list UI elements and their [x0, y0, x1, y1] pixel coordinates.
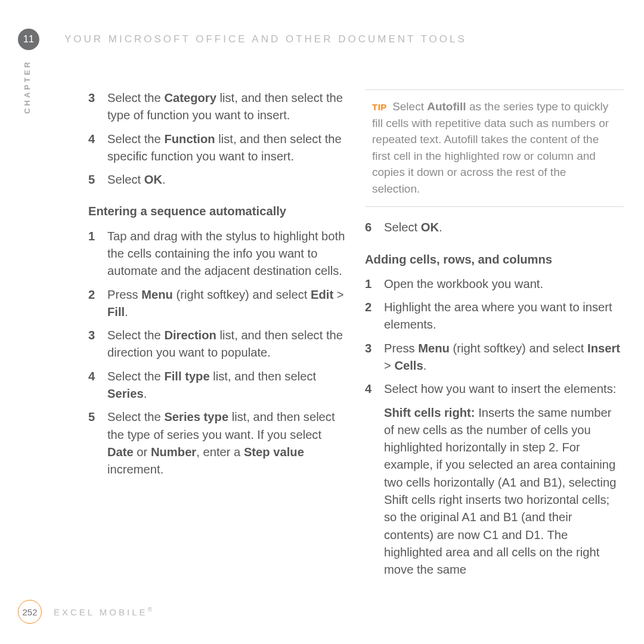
list-item: 3 Select the Direction list, and then se… — [88, 327, 347, 362]
list-item: 5 Select OK. — [88, 171, 347, 188]
step-number: 5 — [88, 171, 99, 188]
step-number: 1 — [88, 228, 99, 280]
list-item: 4 Select the Function list, and then sel… — [88, 131, 347, 166]
step-text: Select OK. — [107, 171, 347, 188]
step-number: 4 — [88, 131, 99, 166]
step-text: Select OK. — [384, 219, 624, 236]
tip-callout: TIP Select Autofill as the series type t… — [365, 89, 624, 207]
chapter-number-badge: 11 — [18, 29, 39, 50]
step-number: 6 — [365, 219, 376, 236]
step-text: Open the workbook you want. — [384, 275, 624, 293]
chapter-side-label: CHAPTER — [23, 60, 32, 114]
step-number: 4 — [88, 368, 99, 403]
content-area: 3 Select the Category list, and then sel… — [88, 89, 625, 584]
step-text: Tap and drag with the stylus to highligh… — [107, 228, 347, 280]
step-number: 1 — [365, 275, 376, 293]
list-item: 2 Highlight the area where you want to i… — [365, 299, 624, 334]
list-item: 6 Select OK. — [365, 219, 624, 236]
list-item: 5 Select the Series type list, and then … — [88, 408, 347, 478]
page-number-badge: 252 — [18, 600, 42, 624]
step-text: Select the Direction list, and then sele… — [107, 327, 347, 362]
step-number: 2 — [365, 299, 376, 334]
step-text: Select the Series type list, and then se… — [107, 408, 347, 478]
step-text: Select the Category list, and then selec… — [107, 89, 347, 125]
sequence-steps-continued: 6 Select OK. — [365, 219, 624, 236]
step-text: Press Menu (right softkey) and select In… — [384, 340, 624, 375]
page-footer: 252 EXCEL MOBILE® — [18, 600, 154, 624]
list-item: 1 Tap and drag with the stylus to highli… — [88, 228, 347, 280]
adding-steps: 1 Open the workbook you want. 2 Highligh… — [365, 275, 624, 579]
right-column: TIP Select Autofill as the series type t… — [365, 89, 624, 584]
step-number: 3 — [365, 340, 376, 375]
section-heading-sequence: Entering a sequence automatically — [88, 203, 347, 220]
page-number: 252 — [22, 607, 37, 617]
page-header-title: YOUR MICROSOFT OFFICE AND OTHER DOCUMENT… — [64, 33, 467, 45]
step-text: Select how you want to insert the elemen… — [384, 380, 624, 578]
left-column: 3 Select the Category list, and then sel… — [88, 89, 347, 584]
function-steps-continued: 3 Select the Category list, and then sel… — [88, 89, 347, 188]
step-text: Select the Fill type list, and then sele… — [107, 368, 347, 403]
footer-section-title: EXCEL MOBILE® — [54, 606, 154, 617]
chapter-number: 11 — [23, 34, 34, 45]
sequence-steps: 1 Tap and drag with the stylus to highli… — [88, 228, 347, 479]
step-number: 3 — [88, 327, 99, 362]
list-item: 4 Select the Fill type list, and then se… — [88, 368, 347, 403]
step-number: 4 — [365, 380, 376, 578]
tip-label: TIP — [372, 102, 387, 112]
section-heading-adding: Adding cells, rows, and columns — [365, 251, 624, 268]
step-text: Select the Function list, and then selec… — [107, 131, 347, 166]
step-text: Highlight the area where you want to ins… — [384, 299, 624, 334]
step-number: 5 — [88, 408, 99, 478]
list-item: 3 Press Menu (right softkey) and select … — [365, 340, 624, 375]
step-number: 2 — [88, 286, 99, 321]
list-item: 1 Open the workbook you want. — [365, 275, 624, 293]
list-item: 4 Select how you want to insert the elem… — [365, 380, 624, 578]
step-number: 3 — [88, 89, 99, 125]
list-item: 3 Select the Category list, and then sel… — [88, 89, 347, 125]
shift-cells-description: Shift cells right: Inserts the same numb… — [384, 404, 624, 579]
list-item: 2 Press Menu (right softkey) and select … — [88, 286, 347, 321]
step-text: Press Menu (right softkey) and select Ed… — [107, 286, 347, 321]
